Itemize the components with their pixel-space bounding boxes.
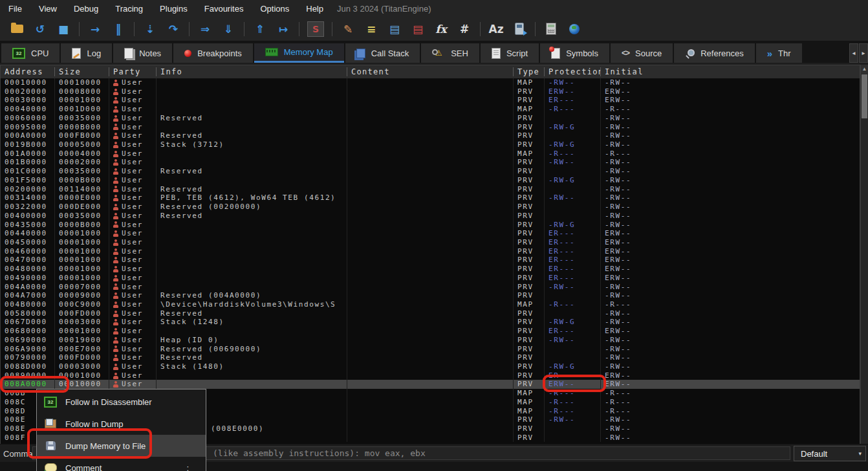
table-row[interactable]: 006A9000000E7000UserReserved (00690000)P… bbox=[1, 345, 860, 354]
table-row[interactable]: 0002000000008000UserPRVERW--ERW-- bbox=[1, 87, 860, 96]
table-row[interactable]: 001C000000035000UserReservedPRV-RW-- bbox=[1, 167, 860, 176]
tab-label: References bbox=[700, 49, 743, 58]
table-row[interactable]: 0046000000001000UserPRVER---ERW-- bbox=[1, 247, 860, 256]
comment-toolbar-icon[interactable]: ≡ bbox=[360, 20, 383, 38]
column-header-party[interactable]: Party bbox=[109, 67, 157, 76]
function-icon[interactable]: fx bbox=[429, 20, 453, 38]
tab-script[interactable]: Script bbox=[481, 43, 539, 63]
table-row[interactable]: 004350000000B000UserPRV-RW-G-RW-- bbox=[1, 221, 860, 230]
tab-call-stack[interactable]: Call Stack bbox=[345, 43, 420, 63]
trace-into-icon[interactable]: ↦ bbox=[272, 20, 295, 38]
bookmarks-icon[interactable]: ▤ bbox=[406, 20, 429, 38]
tab-source[interactable]: <>Source bbox=[611, 43, 673, 63]
tab-memory-map[interactable]: Memory Map bbox=[254, 43, 344, 63]
column-header-info[interactable]: Info bbox=[157, 67, 347, 76]
cell-type: MAP bbox=[514, 105, 545, 114]
tab-scroll-right-button[interactable]: ► bbox=[859, 43, 868, 63]
tab-cpu[interactable]: 32CPU bbox=[1, 43, 60, 63]
menu-item-dump-memory-to-file[interactable]: Dump Memory to File bbox=[37, 435, 206, 457]
labels-icon[interactable]: ▤ bbox=[383, 20, 406, 38]
open-file-icon[interactable] bbox=[5, 20, 28, 38]
step-over-icon[interactable]: ↷ bbox=[162, 20, 185, 38]
tab-breakpoints[interactable]: Breakpoints bbox=[173, 43, 253, 63]
column-header-content[interactable]: Content bbox=[347, 67, 514, 76]
table-row[interactable]: 0001000000010000UserMAP-RW---RW-- bbox=[1, 78, 860, 87]
table-row[interactable]: 0020000000114000UserReservedPRV-RW-- bbox=[1, 185, 860, 194]
menu-tracing[interactable]: Tracing bbox=[107, 0, 151, 17]
step-into-icon[interactable]: ⇣ bbox=[138, 20, 162, 38]
restart-icon[interactable]: ↺ bbox=[28, 20, 52, 38]
table-row[interactable]: 004B0000000C9000User\Device\HarddiskVolu… bbox=[1, 300, 860, 309]
menu-view[interactable]: View bbox=[30, 0, 65, 17]
column-header-size[interactable]: Size bbox=[55, 67, 109, 76]
table-row[interactable]: 00322000000DE000UserReserved (00200000)P… bbox=[1, 203, 860, 212]
menu-debug[interactable]: Debug bbox=[65, 0, 107, 17]
table-row[interactable]: 000950000000B000UserPRV-RW-G-RW-- bbox=[1, 123, 860, 132]
tab-notes[interactable]: Notes bbox=[113, 43, 172, 63]
table-row[interactable]: 0045000000001000UserPRVER---ERW-- bbox=[1, 238, 860, 247]
tab-log[interactable]: Log bbox=[61, 43, 112, 63]
menu-help[interactable]: Help bbox=[298, 0, 332, 17]
table-row[interactable]: 00580000000FD000UserReservedPRV-RW-- bbox=[1, 309, 860, 318]
patches-icon[interactable]: ✎ bbox=[336, 20, 360, 38]
column-header-protection[interactable]: Protection bbox=[545, 67, 601, 76]
profile-selector[interactable]: Default ▾ bbox=[794, 446, 866, 461]
menu-item-follow-in-disassembler[interactable]: 32Follow in Disassembler bbox=[37, 391, 206, 413]
table-row[interactable]: 0089000000001000UserPRVER---ERW-- bbox=[1, 371, 860, 380]
globe-icon[interactable] bbox=[563, 20, 586, 38]
vertical-scrollbar[interactable]: ▲ bbox=[860, 65, 868, 444]
table-row[interactable]: 0067D00000003000UserStack (1248)PRV-RW-G… bbox=[1, 318, 860, 327]
tab-references[interactable]: References bbox=[674, 43, 754, 63]
pause-icon[interactable]: ‖ bbox=[107, 20, 130, 38]
table-row[interactable]: 0069000000019000UserHeap (ID 0)PRV-RW---… bbox=[1, 336, 860, 345]
table-row[interactable]: 0049000000001000UserPRVER---ERW-- bbox=[1, 274, 860, 283]
table-row[interactable]: 0003000000001000UserPRVER---ERW-- bbox=[1, 96, 860, 105]
text-case-icon[interactable]: Az bbox=[484, 20, 508, 38]
menu-plugins[interactable]: Plugins bbox=[151, 0, 196, 17]
menu-favourites[interactable]: Favourites bbox=[196, 0, 252, 17]
table-row[interactable]: 0088D00000003000UserStack (1480)PRV-RW-G… bbox=[1, 362, 860, 371]
scroll-up-arrow-icon[interactable]: ▲ bbox=[861, 65, 868, 74]
hash-icon[interactable]: # bbox=[453, 20, 476, 38]
menu-file[interactable]: File bbox=[0, 0, 30, 17]
column-header-address[interactable]: Address bbox=[1, 67, 55, 76]
table-row[interactable]: 00790000000FD000UserReservedPRV-RW-- bbox=[1, 353, 860, 362]
table-row[interactable]: 000A0000000FB000UserReservedPRV-RW-- bbox=[1, 131, 860, 140]
calculator-icon[interactable] bbox=[539, 20, 563, 38]
tab-threads[interactable]: »Thr bbox=[756, 43, 802, 63]
menu-item-follow-in-dump[interactable]: Follow in Dump bbox=[37, 413, 206, 435]
cell-info: Reserved bbox=[157, 185, 347, 194]
skip-exceptions-icon[interactable]: S bbox=[307, 21, 324, 37]
tab-symbols[interactable]: Symbols bbox=[540, 43, 609, 63]
table-row[interactable]: 0040000000035000UserReservedPRV-RW-- bbox=[1, 212, 860, 221]
table-row[interactable]: 0047000000001000UserPRVER---ERW-- bbox=[1, 256, 860, 265]
run-icon[interactable]: → bbox=[83, 20, 107, 38]
table-row[interactable]: 0044000000001000UserPRVER---ERW-- bbox=[1, 229, 860, 238]
cell-protection: ER--- bbox=[545, 265, 601, 274]
column-header-type[interactable]: Type bbox=[514, 67, 545, 76]
table-row[interactable]: 003140000000E000UserPEB, TEB (4612), WoW… bbox=[1, 193, 860, 203]
modules-icon[interactable] bbox=[508, 20, 531, 38]
table-row[interactable]: 0068000000001000UserPRVER---ERW-- bbox=[1, 327, 860, 336]
table-row[interactable]: 0006000000035000UserReservedPRV-RW-- bbox=[1, 114, 860, 123]
table-row[interactable]: 001F50000000B000UserPRV-RW-G-RW-- bbox=[1, 176, 860, 185]
tab-seh[interactable]: ⚠SEH bbox=[421, 43, 479, 63]
table-row[interactable]: 001A000000004000UserMAP-R----R--- bbox=[1, 149, 860, 159]
step-out-icon[interactable]: ⇓ bbox=[217, 20, 240, 38]
table-row[interactable]: 0048000000001000UserPRVER---ERW-- bbox=[1, 265, 860, 274]
execute-till-return-icon[interactable]: ⇒ bbox=[193, 20, 217, 38]
run-to-user-code-icon[interactable]: ⇑ bbox=[248, 20, 272, 38]
column-header-initial[interactable]: Initial bbox=[601, 67, 860, 76]
table-row[interactable]: 004A700000009000UserReserved (004A0000)P… bbox=[1, 291, 860, 300]
table-row[interactable]: 004A000000007000UserPRV-RW---RW-- bbox=[1, 283, 860, 292]
stop-icon[interactable]: ■ bbox=[52, 20, 75, 38]
table-row[interactable]: 001B000000002000UserPRV-RW---RW-- bbox=[1, 158, 860, 167]
cell-type: PRV bbox=[514, 114, 545, 123]
table-row[interactable]: 0019B00000005000UserStack (3712)PRV-RW-G… bbox=[1, 140, 860, 149]
table-row[interactable]: 008A000000010000UserPRVERW--ERW-- bbox=[1, 380, 860, 389]
table-row[interactable]: 000400000001D000UserMAP-R----R--- bbox=[1, 105, 860, 114]
tab-scroll-left-button[interactable]: ◄ bbox=[849, 43, 858, 63]
scrollbar-thumb[interactable] bbox=[862, 74, 867, 118]
menu-item-comment[interactable]: Comment; bbox=[37, 457, 206, 471]
menu-options[interactable]: Options bbox=[252, 0, 298, 17]
